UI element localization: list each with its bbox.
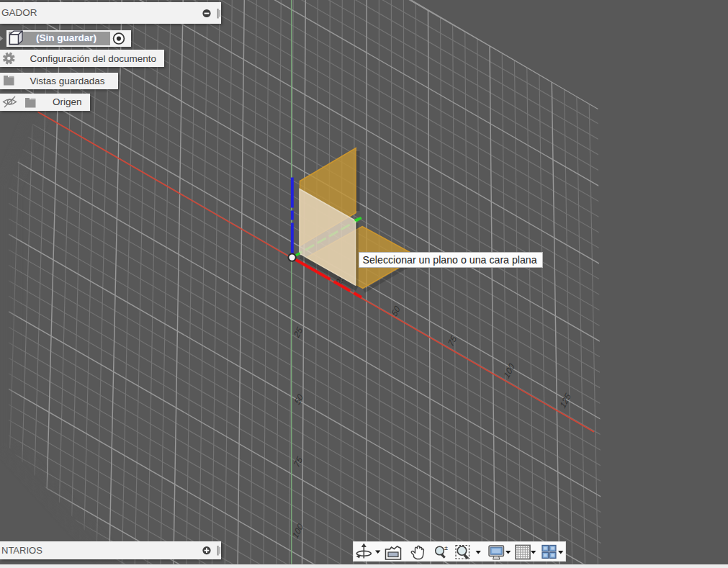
svg-text:±: ± bbox=[444, 544, 448, 551]
